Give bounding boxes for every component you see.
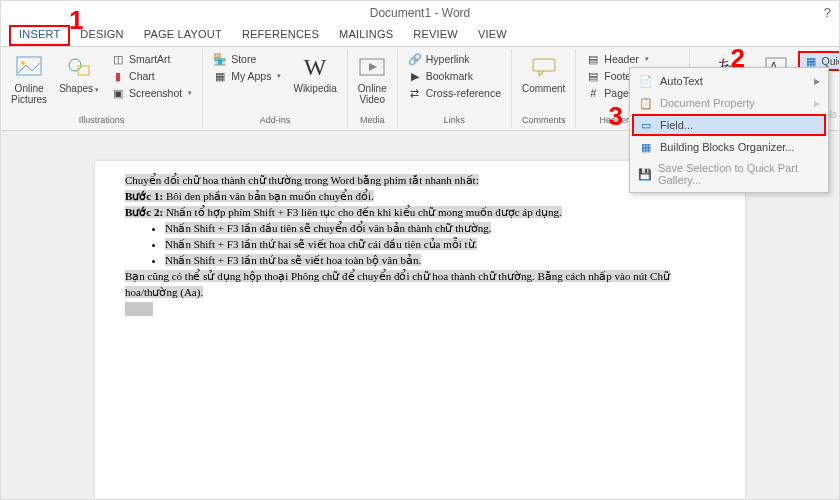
blocks-icon: ▦ bbox=[638, 140, 654, 154]
store-button[interactable]: 🏪Store bbox=[209, 51, 285, 67]
step2-label: Bước 2: bbox=[125, 206, 163, 218]
group-media-label: Media bbox=[360, 115, 385, 126]
store-icon: 🏪 bbox=[213, 52, 227, 66]
bullet-3: Nhấn Shift + F3 lần thứ ba sẽ viết hoa t… bbox=[165, 254, 421, 266]
titlebar: Document1 - Word ? bbox=[1, 1, 839, 25]
chart-icon: ▮ bbox=[111, 69, 125, 83]
closing-text: Bạn cũng có thể sử dụng hộp thoại Phông … bbox=[125, 270, 670, 298]
shapes-button[interactable]: Shapes bbox=[55, 51, 103, 96]
online-pictures-button[interactable]: Online Pictures bbox=[7, 51, 51, 107]
step1-text: Bôi đen phần văn bản bạn muốn chuyển đổi… bbox=[163, 190, 374, 202]
bookmark-icon: ▶ bbox=[408, 69, 422, 83]
save-icon: 💾 bbox=[638, 167, 652, 181]
screenshot-icon: ▣ bbox=[111, 86, 125, 100]
online-pictures-label: Online Pictures bbox=[11, 83, 47, 105]
tab-view[interactable]: VIEW bbox=[468, 25, 517, 46]
selection-cursor bbox=[125, 302, 153, 316]
crossref-button[interactable]: ⇄Cross-reference bbox=[404, 85, 505, 101]
bookmark-button[interactable]: ▶Bookmark bbox=[404, 68, 505, 84]
crossref-icon: ⇄ bbox=[408, 86, 422, 100]
online-video-button[interactable]: Online Video bbox=[354, 51, 391, 107]
group-media: Online Video Media bbox=[348, 49, 398, 128]
bullet-2: Nhấn Shift + F3 lần thứ hai sẽ viết hoa … bbox=[165, 238, 477, 250]
quickparts-icon: ▦ bbox=[804, 54, 818, 68]
header-button[interactable]: ▤Header bbox=[582, 51, 683, 67]
apps-icon: ▦ bbox=[213, 69, 227, 83]
footer-icon: ▤ bbox=[586, 69, 600, 83]
group-addins: 🏪Store ▦My Apps W Wikipedia Add-ins bbox=[203, 49, 348, 128]
tab-references[interactable]: REFERENCES bbox=[232, 25, 329, 46]
chart-button[interactable]: ▮Chart bbox=[107, 68, 196, 84]
hyperlink-button[interactable]: 🔗Hyperlink bbox=[404, 51, 505, 67]
group-comments-label: Comments bbox=[522, 115, 566, 126]
field-icon: ▭ bbox=[638, 118, 654, 132]
docprop-icon: 📋 bbox=[638, 96, 654, 110]
tab-design[interactable]: DESIGN bbox=[70, 25, 133, 46]
autotext-icon: 📄 bbox=[638, 74, 654, 88]
doc-line1: Chuyển đổi chữ hoa thành chữ thường tron… bbox=[125, 174, 479, 186]
bullet-1: Nhấn Shift + F3 lần đầu tiên sẽ chuyển đ… bbox=[165, 222, 491, 234]
qp-field[interactable]: ▭Field... bbox=[632, 114, 826, 136]
ribbon-tabs: INSERT DESIGN PAGE LAYOUT REFERENCES MAI… bbox=[1, 25, 839, 47]
qp-save-selection[interactable]: 💾Save Selection to Quick Part Gallery... bbox=[632, 158, 826, 190]
comment-label: Comment bbox=[522, 83, 565, 94]
svg-rect-5 bbox=[533, 59, 555, 71]
shapes-label: Shapes bbox=[59, 83, 99, 94]
document-title: Document1 - Word bbox=[370, 6, 470, 20]
qp-building-blocks[interactable]: ▦Building Blocks Organizer... bbox=[632, 136, 826, 158]
tab-mailings[interactable]: MAILINGS bbox=[329, 25, 403, 46]
group-illustrations-label: Illustrations bbox=[79, 115, 125, 126]
group-addins-label: Add-ins bbox=[260, 115, 291, 126]
wikipedia-button[interactable]: W Wikipedia bbox=[289, 51, 340, 96]
smartart-icon: ◫ bbox=[111, 52, 125, 66]
svg-point-2 bbox=[69, 59, 81, 71]
tab-review[interactable]: REVIEW bbox=[403, 25, 468, 46]
online-pictures-icon bbox=[15, 53, 43, 81]
qp-autotext[interactable]: 📄AutoText▶ bbox=[632, 70, 826, 92]
help-icon[interactable]: ? bbox=[824, 1, 831, 25]
qp-document-property[interactable]: 📋Document Property▶ bbox=[632, 92, 826, 114]
group-links: 🔗Hyperlink ▶Bookmark ⇄Cross-reference Li… bbox=[398, 49, 512, 128]
tab-insert[interactable]: INSERT bbox=[9, 25, 70, 46]
pagenum-icon: # bbox=[586, 86, 600, 100]
svg-rect-3 bbox=[78, 66, 89, 75]
shapes-icon bbox=[65, 53, 93, 81]
svg-point-1 bbox=[21, 61, 25, 65]
quick-parts-menu: 📄AutoText▶ 📋Document Property▶ ▭Field...… bbox=[629, 67, 829, 193]
header-icon: ▤ bbox=[586, 52, 600, 66]
group-links-label: Links bbox=[444, 115, 465, 126]
page[interactable]: Chuyển đổi chữ hoa thành chữ thường tron… bbox=[95, 161, 745, 499]
comment-button[interactable]: Comment bbox=[518, 51, 569, 96]
comment-icon bbox=[530, 53, 558, 81]
tab-page-layout[interactable]: PAGE LAYOUT bbox=[134, 25, 232, 46]
step1-label: Bước 1: bbox=[125, 190, 163, 202]
smartart-button[interactable]: ◫SmartArt bbox=[107, 51, 196, 67]
group-illustrations: Online Pictures Shapes ◫SmartArt ▮Chart … bbox=[1, 49, 203, 128]
video-icon bbox=[358, 53, 386, 81]
hyperlink-icon: 🔗 bbox=[408, 52, 422, 66]
group-comments: Comment Comments bbox=[512, 49, 576, 128]
document-body[interactable]: Chuyển đổi chữ hoa thành chữ thường tron… bbox=[125, 173, 715, 316]
online-video-label: Online Video bbox=[358, 83, 387, 105]
wikipedia-icon: W bbox=[301, 53, 329, 81]
screenshot-button[interactable]: ▣Screenshot bbox=[107, 85, 196, 101]
myapps-button[interactable]: ▦My Apps bbox=[209, 68, 285, 84]
step2-text: Nhấn tổ hợp phím Shift + F3 liên tục cho… bbox=[163, 206, 562, 218]
wikipedia-label: Wikipedia bbox=[293, 83, 336, 94]
